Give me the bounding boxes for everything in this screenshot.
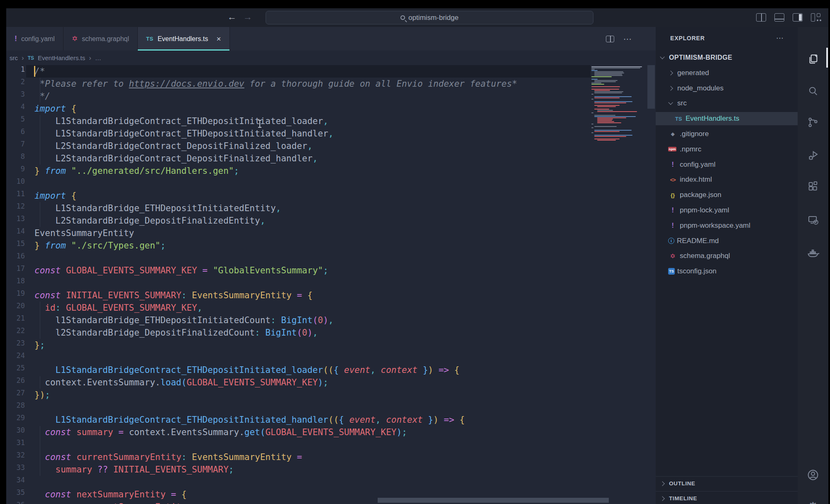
tree-item-readme-md[interactable]: iREADME.md xyxy=(656,234,798,248)
gql-file-icon: ✡ xyxy=(668,252,677,260)
tree-item-optimism-bridge[interactable]: OPTIMISM-BRIDGE xyxy=(656,51,798,64)
tree-item-node-modules[interactable]: node_modules xyxy=(656,82,798,95)
tree-item-generated[interactable]: generated xyxy=(656,66,798,80)
code-line-26[interactable]: 26 context.EventsSummary.load(GLOBAL_EVE… xyxy=(6,376,596,389)
code-text: */ xyxy=(34,90,50,102)
mouse-ibeam-cursor xyxy=(259,120,260,127)
code-line-20[interactable]: 20 id: GLOBAL_EVENTS_SUMMARY_KEY, xyxy=(6,302,596,314)
code-line-30[interactable]: 30 const summary = context.EventsSummary… xyxy=(6,426,596,438)
sidebar-header: EXPLORER ⋯ xyxy=(656,32,798,44)
code-line-28[interactable]: 28 xyxy=(6,401,596,414)
tree-item-label: package.json xyxy=(680,191,721,199)
indent-guide xyxy=(40,202,40,227)
code-line-31[interactable]: 31 xyxy=(6,438,596,451)
code-line-13[interactable]: 13 L2StandardBridge_DepositFinalizedEnti… xyxy=(6,214,596,227)
code-line-29[interactable]: 29 L1StandardBridgeContract_ETHDepositIn… xyxy=(6,414,596,426)
toggle-right-sidebar-icon[interactable] xyxy=(793,13,803,22)
tree-item-label: README.md xyxy=(677,237,719,245)
line-number: 4 xyxy=(6,102,25,111)
source-control-icon[interactable] xyxy=(798,111,828,134)
vertical-scrollbar[interactable] xyxy=(647,65,655,109)
outline-section[interactable]: OUTLINE xyxy=(656,476,798,490)
minimap[interactable] xyxy=(591,66,645,141)
tree-item-pnpm-lock-yaml[interactable]: !pnpm-lock.yaml xyxy=(656,204,798,217)
code-line-34[interactable]: 34 xyxy=(6,476,596,488)
code-line-2[interactable]: 2 *Please refer to https://docs.envio.de… xyxy=(6,78,596,90)
tree-item-config-yaml[interactable]: !config.yaml xyxy=(656,158,798,171)
search-icon[interactable] xyxy=(798,80,828,103)
chevron-right-icon xyxy=(668,71,673,75)
code-line-12[interactable]: 12 L1StandardBridge_ETHDepositInitiatedE… xyxy=(6,202,596,214)
code-line-6[interactable]: 6 L1StandardBridgeContract_ETHDepositIni… xyxy=(6,127,596,140)
code-line-14[interactable]: 14EventsSummaryEntity xyxy=(6,227,596,239)
code-line-16[interactable]: 16 xyxy=(6,252,596,264)
code-line-3[interactable]: 3 */ xyxy=(6,90,596,102)
code-line-1[interactable]: 1/* xyxy=(6,65,596,78)
run-debug-icon[interactable] xyxy=(798,144,828,167)
explorer-more-icon[interactable]: ⋯ xyxy=(776,34,784,43)
code-text: L1StandardBridgeContract_ETHDepositIniti… xyxy=(34,414,465,426)
account-icon[interactable] xyxy=(798,463,828,487)
tree-item-tsconfig-json[interactable]: TStsconfig.json xyxy=(656,265,798,278)
code-line-5[interactable]: 5 L1StandardBridgeContract_ETHDepositIni… xyxy=(6,115,596,127)
chevron-right-icon xyxy=(660,481,664,486)
code-line-11[interactable]: 11import { xyxy=(6,190,596,202)
split-editor-icon[interactable] xyxy=(756,13,766,22)
tree-item-pnpm-workspace-yaml[interactable]: !pnpm-workspace.yaml xyxy=(656,219,798,232)
code-line-4[interactable]: 4import { xyxy=(6,102,596,115)
line-number: 33 xyxy=(6,463,25,472)
code-line-33[interactable]: 33 summary ?? INITIAL_EVENTS_SUMMARY; xyxy=(6,463,596,476)
code-line-18[interactable]: 18 xyxy=(6,277,596,289)
customize-layout-icon[interactable] xyxy=(811,13,821,22)
tree-item-label: .gitignore xyxy=(680,130,709,138)
code-line-22[interactable]: 22 l2StandardBridge_DepositFinalizedCoun… xyxy=(6,326,596,339)
line-number: 14 xyxy=(6,227,25,235)
tree-item-index-html[interactable]: <>index.html xyxy=(656,173,798,186)
code-line-8[interactable]: 8 L2StandardBridgeContract_DepositFinali… xyxy=(6,152,596,165)
tree-item-src[interactable]: src xyxy=(656,97,798,110)
timeline-section[interactable]: TIMELINE xyxy=(656,491,798,504)
remote-explorer-icon[interactable] xyxy=(798,208,828,231)
code-line-32[interactable]: 32 const currentSummaryEntity: EventsSum… xyxy=(6,451,596,463)
extensions-icon[interactable] xyxy=(798,175,828,198)
line-number: 16 xyxy=(6,252,25,260)
docker-icon[interactable] xyxy=(798,241,828,265)
code-editor[interactable]: 1/*2 *Please refer to https://docs.envio… xyxy=(6,8,656,504)
line-number: 9 xyxy=(6,165,25,173)
tree-item-label: EventHandlers.ts xyxy=(686,114,739,123)
excl-file-icon: ! xyxy=(668,222,677,230)
code-text: } from "../generated/src/Handlers.gen"; xyxy=(34,165,239,177)
code-line-21[interactable]: 21 l1StandardBridge_ETHDepositInitiatedC… xyxy=(6,314,596,326)
code-line-24[interactable]: 24 xyxy=(6,351,596,364)
activity-bar: ⚙ xyxy=(798,27,828,504)
chevron-down-icon xyxy=(668,100,673,105)
outline-label: OUTLINE xyxy=(669,480,695,487)
json-file-icon: {} xyxy=(668,192,677,198)
tree-item-package-json[interactable]: {}package.json xyxy=(656,188,798,202)
chevron-right-icon xyxy=(668,86,673,90)
code-line-17[interactable]: 17const GLOBAL_EVENTS_SUMMARY_KEY = "Glo… xyxy=(6,264,596,277)
code-line-9[interactable]: 9} from "../generated/src/Handlers.gen"; xyxy=(6,165,596,177)
code-line-23[interactable]: 23}; xyxy=(6,339,596,351)
toggle-panel-icon[interactable] xyxy=(774,13,784,22)
tree-item--gitignore[interactable]: ◆.gitignore xyxy=(656,127,798,141)
line-number: 13 xyxy=(6,214,25,223)
code-text: L2StandardBridge_DepositFinalizedEntity, xyxy=(34,214,265,227)
indent-guide xyxy=(40,376,40,389)
code-line-15[interactable]: 15} from "./src/Types.gen"; xyxy=(6,239,596,252)
code-line-10[interactable]: 10 xyxy=(6,177,596,190)
code-text: const nextSummaryEntity = { xyxy=(34,488,187,501)
line-number: 17 xyxy=(6,264,25,273)
tree-item-schema-graphql[interactable]: ✡schema.graphql xyxy=(656,249,798,263)
explorer-icon[interactable] xyxy=(798,48,828,71)
tree-item-eventhandlers-ts[interactable]: TSEventHandlers.ts xyxy=(656,112,798,125)
code-line-7[interactable]: 7 L2StandardBridgeContract_DepositFinali… xyxy=(6,140,596,152)
tree-item--npmrc[interactable]: npm.npmrc xyxy=(656,143,798,156)
line-number: 32 xyxy=(6,451,25,459)
chevron-right-icon xyxy=(660,496,664,501)
code-line-27[interactable]: 27}); xyxy=(6,389,596,401)
horizontal-scrollbar[interactable] xyxy=(378,498,609,503)
code-line-19[interactable]: 19const INITIAL_EVENTS_SUMMARY: EventsSu… xyxy=(6,289,596,302)
settings-gear-icon[interactable]: ⚙ xyxy=(798,495,828,504)
code-line-25[interactable]: 25 L1StandardBridgeContract_ETHDepositIn… xyxy=(6,364,596,376)
